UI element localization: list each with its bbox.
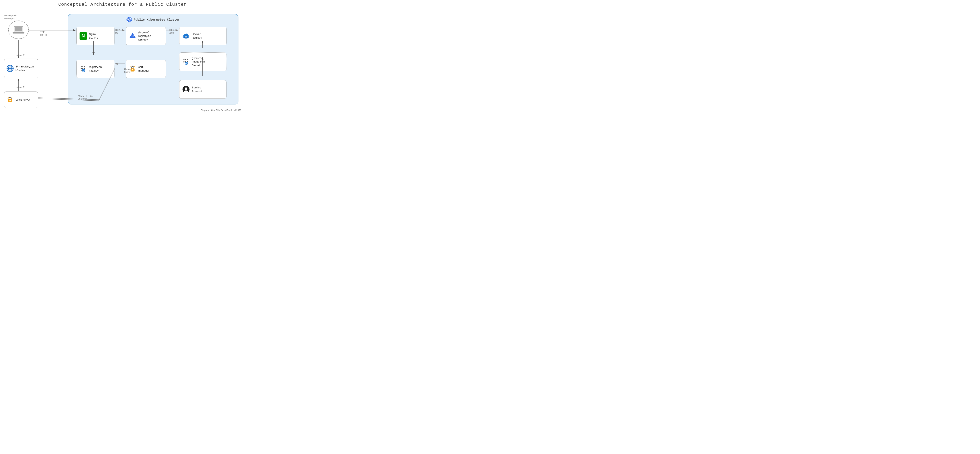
svg-line-16 <box>12 99 13 99</box>
diagram-credit: Diagram: Alex Ellis, OpenFaaS Ltd 2020 <box>201 109 241 112</box>
svg-point-57 <box>187 59 188 60</box>
registry-secret-label: registry.on-k3s.dev <box>89 65 103 72</box>
svg-rect-2 <box>13 32 24 33</box>
service-account-icon <box>182 86 190 93</box>
service-account-label: ServiceAccount <box>192 86 202 93</box>
svg-point-59 <box>185 61 186 62</box>
docker-registry-box: DockerRegistry <box>179 27 226 45</box>
nginx-icon: N <box>80 32 87 40</box>
svg-point-56 <box>185 59 186 60</box>
tcp-5000-label: TCP/5000 <box>169 29 174 34</box>
svg-point-58 <box>183 61 185 62</box>
letsencrypt-bottom-icon <box>6 96 14 104</box>
cert-manager-box: cert-manager <box>126 60 166 78</box>
svg-line-52 <box>130 66 131 67</box>
dns-icon: DNS <box>6 65 14 72</box>
k8s-cluster-icon <box>126 17 132 22</box>
svg-point-49 <box>132 69 133 70</box>
tcp-443-label: TCP/443 <box>115 29 119 34</box>
svg-point-45 <box>81 70 82 71</box>
svg-line-54 <box>135 68 136 68</box>
svg-point-30 <box>132 35 133 37</box>
registry-secret-icon <box>80 65 87 73</box>
registry-secret-box: registry.on-k3s.dev <box>76 60 115 78</box>
docker-registry-icon <box>182 32 190 40</box>
lookup-ip-2-label: Lookup IP <box>15 86 24 89</box>
service-account-box: ServiceAccount <box>179 80 226 99</box>
nginx-box: N Nginx80, 443 <box>76 27 115 45</box>
svg-point-41 <box>84 67 85 67</box>
svg-line-15 <box>7 99 8 99</box>
secret-image-pull-icon <box>182 58 190 65</box>
svg-point-11 <box>10 100 11 101</box>
svg-rect-36 <box>185 37 186 37</box>
nginx-label: Nginx80, 443 <box>89 32 98 40</box>
letsencrypt-box: LetsEncrypt <box>4 91 38 108</box>
svg-line-13 <box>12 97 12 98</box>
laptop-icon <box>8 21 29 39</box>
docker-registry-label: DockerRegistry <box>192 32 202 40</box>
svg-text:DNS: DNS <box>8 68 12 70</box>
page-title: Conceptual Architecture for a Public Clu… <box>2 2 243 7</box>
svg-point-61 <box>183 62 185 64</box>
k8s-cluster: Public Kubernetes Cluster N Nginx80, 443… <box>68 14 239 104</box>
secret-image-pull-box: (Secret)Image PullSecret <box>179 53 226 71</box>
svg-rect-1 <box>15 27 22 31</box>
dns-label: IP = registry.on-k3s.dev <box>16 65 35 72</box>
svg-point-60 <box>187 61 188 62</box>
ingress-label: (Ingress)registry.on-k3s.dev <box>138 31 152 41</box>
svg-line-51 <box>134 66 135 67</box>
svg-point-55 <box>183 59 185 60</box>
svg-point-43 <box>83 68 83 69</box>
k8s-cluster-label: Public Kubernetes Cluster <box>126 17 180 22</box>
svg-point-65 <box>185 88 187 90</box>
ingress-k8s-icon <box>129 32 136 40</box>
cert-manager-label: cert-manager <box>138 65 149 72</box>
lookup-ip-1-label: Lookup IP <box>15 54 24 57</box>
tcp-80-443-label: TCP/80,443 <box>40 31 47 37</box>
create-secret-label: CreateSecret <box>124 68 131 73</box>
dns-box: DNS IP = registry.on-k3s.dev <box>4 59 38 78</box>
svg-rect-38 <box>185 37 187 38</box>
svg-line-14 <box>8 97 9 98</box>
svg-point-44 <box>84 68 85 69</box>
acme-challenge-label: ACME HTTP01Challenge <box>78 95 92 100</box>
letsencrypt-bottom-label: LetsEncrypt <box>16 98 30 102</box>
ingress-box: (Ingress)registry.on-k3s.dev <box>126 27 166 45</box>
diagram-container: Conceptual Architecture for a Public Clu… <box>0 0 245 113</box>
svg-point-19 <box>129 19 130 20</box>
svg-point-40 <box>83 67 83 67</box>
docker-label: docker pushdocker pull <box>4 14 16 20</box>
svg-rect-37 <box>186 37 187 37</box>
secret-image-pull-label: (Secret)Image PullSecret <box>192 56 205 67</box>
svg-point-39 <box>81 67 82 67</box>
svg-point-42 <box>81 68 82 69</box>
